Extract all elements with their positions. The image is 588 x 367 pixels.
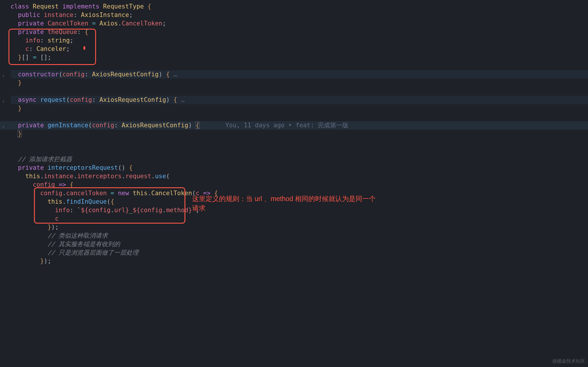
code-line[interactable]: // 添加请求拦截器 bbox=[11, 155, 588, 164]
code-line[interactable]: } bbox=[11, 130, 588, 138]
git-blame-lens: You, 11 days ago • feat: 完成第一版 bbox=[225, 122, 348, 129]
code-line[interactable]: private interceptorsRequest() { bbox=[11, 164, 588, 172]
code-line[interactable]: private CancelToken = Axios.CancelToken; bbox=[11, 19, 588, 28]
code-line[interactable]: info: string; bbox=[11, 36, 588, 45]
code-line[interactable]: public instance: AxiosInstance; bbox=[11, 11, 588, 19]
code-line[interactable]: c: Canceler; bbox=[11, 45, 588, 53]
code-line[interactable]: // 只是浏览器层面做了一层处理 bbox=[11, 248, 588, 257]
code-line[interactable] bbox=[11, 113, 588, 121]
code-line[interactable]: }[] = []; bbox=[11, 53, 588, 62]
code-area[interactable]: class Request implements RequestType { p… bbox=[11, 2, 588, 265]
code-line[interactable]: private genInstance(config: AxiosRequest… bbox=[0, 121, 588, 130]
code-line[interactable]: private theQueue: { bbox=[11, 28, 588, 36]
annotation-cursor bbox=[83, 46, 85, 50]
code-line[interactable]: // 类似这种取消请求 bbox=[11, 231, 588, 240]
code-line[interactable]: } bbox=[11, 79, 588, 87]
code-line[interactable] bbox=[11, 138, 588, 147]
code-line[interactable]: } bbox=[11, 104, 588, 113]
code-line[interactable]: async request(config: AxiosRequestConfig… bbox=[11, 96, 588, 104]
code-line[interactable]: class Request implements RequestType { bbox=[11, 2, 588, 11]
code-line[interactable] bbox=[11, 147, 588, 155]
code-line[interactable]: }); bbox=[11, 223, 588, 231]
code-line[interactable]: this.instance.interceptors.request.use( bbox=[11, 172, 588, 181]
fold-marker-icon[interactable]: › bbox=[2, 71, 5, 80]
code-line[interactable] bbox=[11, 62, 588, 70]
code-editor[interactable]: ››› class Request implements RequestType… bbox=[0, 0, 588, 265]
code-line[interactable]: c bbox=[11, 215, 588, 223]
code-line[interactable]: constructor(config: AxiosRequestConfig) … bbox=[11, 70, 588, 79]
code-line[interactable]: config => { bbox=[11, 181, 588, 189]
code-line[interactable] bbox=[11, 87, 588, 96]
annotation-text: 这里定义的规则：当 url 、method 相同的时候就认为是同一个请求 bbox=[192, 194, 380, 213]
watermark: @掘金技术社区 bbox=[552, 357, 585, 365]
code-line[interactable]: // 其实服务端是有收到的 bbox=[11, 240, 588, 248]
fold-marker-icon[interactable]: › bbox=[2, 97, 5, 105]
code-line[interactable]: }); bbox=[11, 257, 588, 265]
